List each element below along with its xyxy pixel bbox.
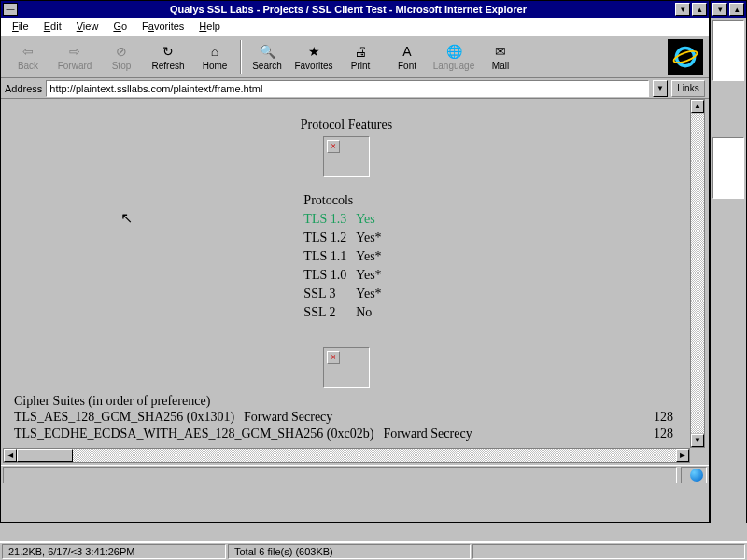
svg-point-1 bbox=[672, 49, 698, 64]
table-row: TLS 1.3Yes bbox=[303, 211, 388, 228]
menu-edit[interactable]: Edit bbox=[38, 20, 67, 33]
home-button[interactable]: ⌂Home bbox=[191, 38, 238, 76]
table-row: SSL 3Yes* bbox=[303, 286, 388, 302]
statusbar bbox=[1, 465, 709, 483]
maximize-button[interactable]: ▴ bbox=[692, 3, 707, 16]
scroll-down-button[interactable]: ▼ bbox=[691, 434, 704, 447]
page-content: ↖ Protocol Features × Protocols TLS 1.3Y… bbox=[3, 99, 690, 448]
menu-go[interactable]: Go bbox=[107, 20, 133, 33]
print-button[interactable]: 🖨Print bbox=[337, 38, 384, 76]
taskbar: 21.2KB, 6/17/<3 3:41:26PM Total 6 file(s… bbox=[0, 541, 747, 560]
taskbar-status-left: 21.2KB, 6/17/<3 3:41:26PM bbox=[2, 544, 226, 559]
status-globe-pane bbox=[681, 467, 707, 483]
side-titlebar[interactable]: ▾ ▴ bbox=[711, 1, 746, 18]
cipher-suites-heading: Cipher Suites (in order of preference) bbox=[14, 394, 679, 409]
mail-icon: ✉ bbox=[491, 43, 510, 60]
scroll-up-button[interactable]: ▲ bbox=[691, 100, 704, 113]
vertical-scrollbar[interactable]: ▲ ▼ bbox=[690, 99, 705, 448]
broken-image-icon: × bbox=[323, 136, 370, 177]
cipher-row: TLS_AES_128_GCM_SHA256 (0x1301) Forward … bbox=[14, 409, 679, 426]
table-row: TLS 1.0Yes* bbox=[303, 267, 388, 284]
back-button[interactable]: ⇦Back bbox=[5, 38, 51, 76]
links-button[interactable]: Links bbox=[671, 80, 705, 97]
broken-image-icon: × bbox=[323, 347, 370, 388]
protocols-heading: Protocols bbox=[303, 192, 388, 209]
system-menu-icon[interactable]: — bbox=[3, 3, 18, 16]
window-title: Qualys SSL Labs - Projects / SSL Client … bbox=[21, 4, 675, 15]
horizontal-scrollbar[interactable]: ◀ ▶ bbox=[3, 448, 690, 463]
search-button[interactable]: 🔍Search bbox=[244, 38, 290, 76]
language-icon: 🌐 bbox=[444, 43, 463, 60]
address-dropdown-button[interactable]: ▼ bbox=[653, 80, 668, 97]
taskbar-status-mid: Total 6 file(s) (603KB) bbox=[228, 544, 471, 559]
cursor-icon: ↖ bbox=[120, 209, 133, 227]
scroll-track[interactable] bbox=[17, 449, 676, 462]
back-icon: ⇦ bbox=[19, 43, 37, 60]
broken-x-icon: × bbox=[327, 140, 340, 153]
address-input[interactable] bbox=[46, 80, 649, 97]
favorites-icon: ★ bbox=[304, 43, 323, 60]
side-window: ▾ ▴ bbox=[710, 0, 747, 523]
table-row: TLS 1.1Yes* bbox=[303, 248, 388, 265]
address-bar: Address ▼ Links bbox=[1, 78, 709, 99]
side-body bbox=[711, 20, 746, 541]
side-panel bbox=[712, 20, 744, 81]
search-icon: 🔍 bbox=[258, 43, 276, 60]
print-icon: 🖨 bbox=[351, 43, 370, 60]
forward-button[interactable]: ⇨Forward bbox=[51, 38, 98, 76]
broken-x-icon: × bbox=[327, 351, 340, 364]
ie-logo-icon bbox=[668, 39, 703, 75]
cipher-row: TLS_ECDHE_ECDSA_WITH_AES_128_GCM_SHA256 … bbox=[14, 426, 679, 442]
refresh-icon: ↻ bbox=[159, 43, 177, 60]
table-row: SSL 2No bbox=[303, 304, 388, 321]
side-panel bbox=[712, 137, 744, 199]
stop-icon: ⊘ bbox=[112, 43, 131, 60]
forward-icon: ⇨ bbox=[65, 43, 84, 60]
menu-view[interactable]: View bbox=[71, 20, 105, 33]
scroll-right-button[interactable]: ▶ bbox=[676, 449, 689, 462]
side-maximize-button[interactable]: ▴ bbox=[729, 3, 744, 16]
font-icon: A bbox=[398, 43, 416, 60]
home-icon: ⌂ bbox=[205, 43, 224, 60]
stop-button[interactable]: ⊘Stop bbox=[98, 38, 145, 76]
scroll-track[interactable] bbox=[691, 114, 704, 433]
side-minimize-button[interactable]: ▾ bbox=[712, 3, 727, 16]
favorites-button[interactable]: ★Favorites bbox=[290, 38, 337, 76]
protocol-features-heading: Protocol Features bbox=[14, 118, 679, 133]
taskbar-status-right bbox=[472, 544, 745, 559]
menubar: File Edit View Go Favorites Help bbox=[1, 18, 709, 35]
titlebar[interactable]: — Qualys SSL Labs - Projects / SSL Clien… bbox=[1, 1, 709, 18]
globe-icon bbox=[690, 469, 703, 482]
mail-button[interactable]: ✉Mail bbox=[477, 38, 524, 76]
menu-file[interactable]: File bbox=[7, 20, 35, 33]
protocols-table: Protocols TLS 1.3Yes TLS 1.2Yes* TLS 1.1… bbox=[302, 190, 390, 323]
address-label: Address bbox=[5, 83, 42, 94]
menu-help[interactable]: Help bbox=[193, 20, 226, 33]
ie-window: — Qualys SSL Labs - Projects / SSL Clien… bbox=[0, 0, 710, 523]
refresh-button[interactable]: ↻Refresh bbox=[145, 38, 191, 76]
toolbar-separator bbox=[240, 40, 242, 74]
status-pane bbox=[3, 467, 677, 483]
minimize-button[interactable]: ▾ bbox=[675, 3, 690, 16]
content-frame: ↖ Protocol Features × Protocols TLS 1.3Y… bbox=[1, 99, 707, 465]
font-button[interactable]: AFont bbox=[384, 38, 430, 76]
language-button[interactable]: 🌐Language bbox=[430, 38, 477, 76]
table-row: TLS 1.2Yes* bbox=[303, 230, 388, 246]
scroll-left-button[interactable]: ◀ bbox=[4, 449, 17, 462]
scroll-thumb[interactable] bbox=[17, 449, 73, 462]
toolbar: ⇦Back ⇨Forward ⊘Stop ↻Refresh ⌂Home 🔍Sea… bbox=[1, 35, 709, 78]
menu-favorites[interactable]: Favorites bbox=[136, 20, 190, 33]
